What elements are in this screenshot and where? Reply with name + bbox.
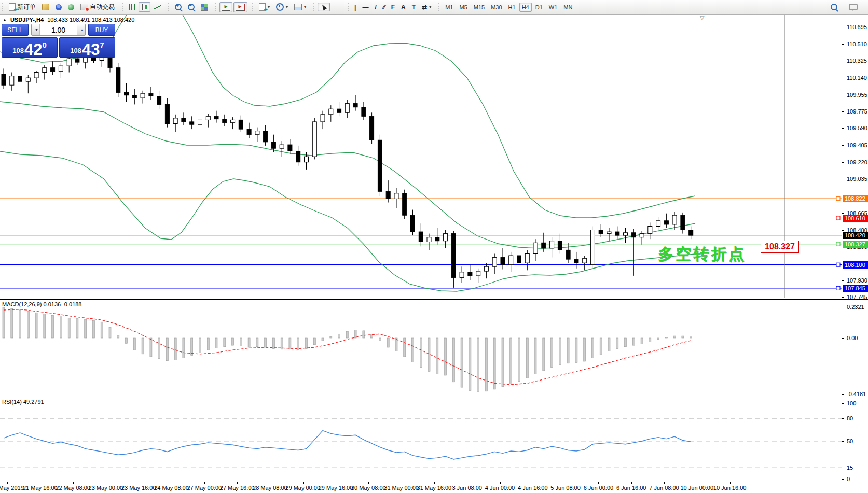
- volume-increase-button[interactable]: ▲: [77, 24, 85, 35]
- time-axis[interactable]: 21 May 201921 May 16:0022 May 08:0023 Ma…: [0, 482, 868, 493]
- text-label: A: [401, 4, 406, 11]
- time-tick-mark: [664, 482, 665, 484]
- chinese-annotation[interactable]: 多空转折点: [658, 244, 746, 265]
- news-signal-icon: [68, 4, 74, 10]
- ohlc-values: 108.433 108.491 108.413 108.420: [47, 17, 134, 23]
- templates[interactable]: ▾: [292, 2, 309, 12]
- zoom-in[interactable]: [172, 2, 184, 12]
- templates-icon: [294, 4, 302, 10]
- time-tick-mark: [106, 482, 106, 484]
- zoom-out[interactable]: [185, 2, 197, 12]
- macd-tick-label: 0.2321: [847, 304, 864, 310]
- new-order[interactable]: 新订单: [6, 1, 38, 13]
- line-anchor[interactable]: [836, 286, 840, 290]
- timeframe-m15[interactable]: M15: [471, 3, 487, 12]
- chart-area[interactable]: ▲ USDJPY-,H4 108.433 108.491 108.413 108…: [0, 15, 868, 493]
- rsi-canvas[interactable]: [0, 397, 842, 482]
- time-tick-mark: [139, 482, 139, 484]
- time-tick-label: 4 Jun 16:00: [518, 485, 548, 491]
- time-tick-mark: [467, 482, 467, 484]
- price-tick-mark: [842, 44, 844, 45]
- periods-dropdown-icon[interactable]: ▾: [286, 5, 288, 9]
- periods[interactable]: ▾: [273, 2, 291, 12]
- timeframe-m1[interactable]: M1: [443, 3, 456, 12]
- price-tick-mark: [842, 162, 844, 163]
- text[interactable]: A: [398, 2, 408, 12]
- crosshair[interactable]: [331, 2, 343, 12]
- time-tick-label: 27 May 16:00: [220, 485, 255, 491]
- line-anchor[interactable]: [836, 263, 840, 266]
- crosshair-icon: [334, 4, 340, 10]
- price-tick-mark: [842, 61, 844, 61]
- price-tick-label: 109.035: [847, 176, 867, 182]
- trend-line-label: /: [375, 4, 376, 11]
- time-tick-mark: [631, 482, 632, 484]
- macd-canvas[interactable]: [0, 300, 842, 395]
- price-tick-label: 107.930: [847, 277, 867, 284]
- bar-chart[interactable]: [126, 3, 137, 11]
- auto-trading[interactable]: 自动交易: [78, 1, 117, 13]
- line-anchor[interactable]: [836, 197, 840, 201]
- fibonacci-retracement[interactable]: F: [389, 2, 397, 12]
- equidistant-channel[interactable]: ∕∕: [380, 2, 388, 12]
- horizontal-line[interactable]: —: [360, 2, 371, 12]
- timeframe-m5-label: M5: [459, 4, 467, 10]
- time-tick-label: 10 Jun 00:00: [680, 485, 713, 491]
- buy-price-sup: 7: [100, 40, 104, 49]
- arrows-dropdown-icon[interactable]: ▾: [429, 5, 431, 9]
- buy-price-display[interactable]: 108437: [59, 37, 115, 58]
- price-line-marker: 108.822: [843, 195, 868, 202]
- data-center-icon: [42, 4, 49, 10]
- auto-scroll[interactable]: [219, 2, 232, 12]
- vertical-line[interactable]: |: [352, 2, 359, 12]
- templates-dropdown-icon[interactable]: ▾: [304, 5, 306, 9]
- sell-button[interactable]: SELL: [2, 24, 29, 36]
- indicators-dropdown-icon[interactable]: ▾: [268, 5, 270, 9]
- arrows[interactable]: ⇄▾: [419, 2, 434, 12]
- price-tick-mark: [842, 179, 844, 179]
- price-line-marker: 107.845: [843, 285, 868, 292]
- arrows-label: ⇄: [422, 4, 427, 11]
- price-tick-mark: [842, 128, 844, 129]
- line-anchor[interactable]: [836, 242, 840, 246]
- search[interactable]: [828, 2, 840, 12]
- collapse-panel-icon[interactable]: ▲: [3, 18, 7, 22]
- news-signal[interactable]: [65, 3, 77, 12]
- trend-line[interactable]: /: [372, 2, 379, 12]
- profile[interactable]: [53, 3, 64, 12]
- timeframe-w1[interactable]: W1: [546, 3, 560, 12]
- timeframe-h1[interactable]: H1: [506, 3, 518, 12]
- tile-windows[interactable]: [198, 2, 211, 12]
- rsi-tick-mark: [842, 403, 844, 404]
- sell-price-display[interactable]: 108420: [2, 37, 58, 58]
- price-line-marker: 108.100: [843, 261, 868, 269]
- timeframe-m5[interactable]: M5: [457, 3, 470, 12]
- timeframe-mn[interactable]: MN: [561, 3, 575, 12]
- timeframe-m30[interactable]: M30: [488, 3, 504, 12]
- toolbar-group: 新订单自动交易: [0, 0, 120, 14]
- timeframe-d1-label: D1: [535, 4, 543, 10]
- text-label[interactable]: T: [409, 2, 418, 12]
- sell-price-sup: 0: [42, 40, 46, 49]
- timeframe-h4[interactable]: H4: [519, 3, 532, 12]
- price-axis[interactable]: 110.695110.510110.325110.140109.955109.7…: [842, 15, 868, 482]
- price-annotation[interactable]: 108.327: [761, 241, 799, 253]
- timeframe-d1[interactable]: D1: [533, 3, 545, 12]
- time-tick-mark: [172, 482, 172, 484]
- chart-shift-marker[interactable]: ▽: [700, 15, 704, 21]
- data-center[interactable]: [39, 2, 52, 12]
- volume-input[interactable]: [40, 24, 77, 35]
- timeframe-m30-label: M30: [491, 4, 502, 10]
- chart-shift[interactable]: [233, 2, 247, 12]
- buy-button[interactable]: BUY: [88, 24, 115, 36]
- volume-decrease-button[interactable]: ▼: [32, 24, 40, 35]
- time-tick-mark: [434, 482, 435, 484]
- time-tick-label: 5 Jun 08:00: [550, 485, 581, 491]
- community-chat[interactable]: [846, 2, 860, 12]
- line-chart[interactable]: [151, 3, 163, 11]
- cursor[interactable]: [318, 3, 330, 11]
- line-anchor[interactable]: [836, 216, 840, 220]
- price-tick-label: 110.510: [847, 41, 867, 47]
- indicators[interactable]: ▾: [256, 2, 272, 12]
- candlestick-chart[interactable]: [139, 2, 150, 12]
